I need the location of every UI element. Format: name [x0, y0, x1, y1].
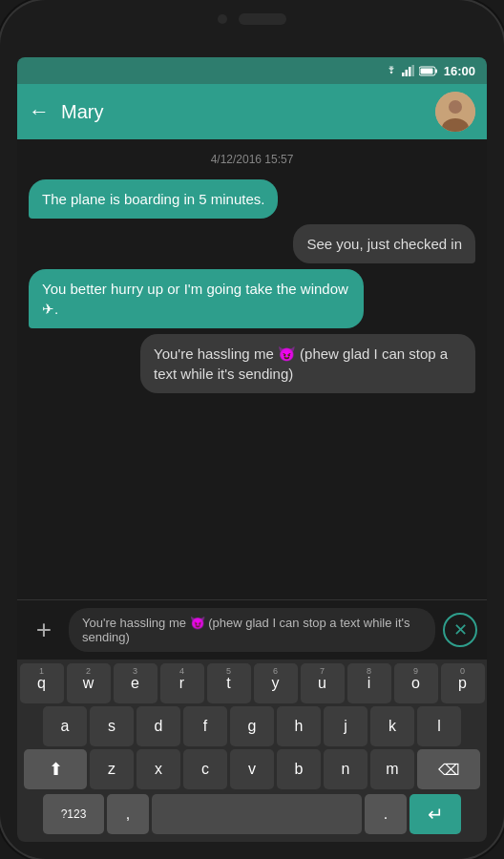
keyboard-row-2: a s d f g h j k l	[19, 706, 485, 746]
signal-icon	[402, 65, 415, 76]
message-row-4: You're hassling me 😈 (phew glad I can st…	[29, 334, 475, 393]
chat-header: ← Mary	[17, 84, 487, 139]
status-bar: 16:00	[17, 57, 487, 84]
keyboard-bottom-row: ?123 , . ↵	[19, 792, 485, 834]
message-bubble-3: You better hurry up or I'm going take th…	[29, 269, 364, 328]
key-o[interactable]: 9o	[394, 663, 438, 703]
add-attachment-button[interactable]: +	[27, 615, 61, 645]
key-x[interactable]: x	[136, 749, 180, 789]
camera-dot	[218, 14, 227, 24]
contact-name: Mary	[61, 101, 424, 123]
message-row-2: See you, just checked in	[29, 224, 475, 263]
speaker-grille	[239, 13, 286, 25]
key-m[interactable]: m	[370, 749, 414, 789]
battery-icon	[419, 66, 438, 76]
key-y[interactable]: 6y	[254, 663, 298, 703]
avatar-image	[435, 92, 475, 132]
svg-rect-1	[405, 70, 408, 76]
key-s[interactable]: s	[90, 706, 134, 746]
keyboard-row-1: 1q 2w 3e 4r 5t 6y 7u 8i 9o 0p	[19, 663, 485, 703]
key-b[interactable]: b	[277, 749, 321, 789]
svg-rect-2	[409, 67, 411, 76]
phone-frame: 16:00 ← Mary 4/12/2016 15:57 The plane i…	[0, 0, 504, 859]
key-l[interactable]: l	[417, 706, 461, 746]
key-j[interactable]: j	[324, 706, 368, 746]
key-r[interactable]: 4r	[160, 663, 204, 703]
key-q[interactable]: 1q	[20, 663, 64, 703]
key-t[interactable]: 5t	[207, 663, 251, 703]
key-e[interactable]: 3e	[114, 663, 158, 703]
message-draft-text: You're hassling me 😈 (phew glad I can st…	[82, 616, 422, 644]
cancel-icon: ✕	[453, 619, 468, 640]
num-switch-key[interactable]: ?123	[43, 794, 104, 834]
keyboard: 1q 2w 3e 4r 5t 6y 7u 8i 9o 0p a s d f g …	[17, 660, 487, 842]
phone-screen: 16:00 ← Mary 4/12/2016 15:57 The plane i…	[17, 57, 487, 842]
svg-point-8	[449, 100, 462, 114]
period-key[interactable]: .	[365, 794, 407, 834]
message-row-3: You better hurry up or I'm going take th…	[29, 269, 475, 328]
key-v[interactable]: v	[230, 749, 274, 789]
key-k[interactable]: k	[370, 706, 414, 746]
key-h[interactable]: h	[277, 706, 321, 746]
key-z[interactable]: z	[90, 749, 134, 789]
chat-area: 4/12/2016 15:57 The plane is boarding in…	[17, 139, 487, 599]
message-row-1: The plane is boarding in 5 minutes.	[29, 179, 475, 219]
key-c[interactable]: c	[183, 749, 227, 789]
message-input-area: + You're hassling me 😈 (phew glad I can …	[17, 599, 487, 660]
key-i[interactable]: 8i	[347, 663, 391, 703]
date-divider: 4/12/2016 15:57	[29, 153, 475, 166]
key-n[interactable]: n	[324, 749, 368, 789]
svg-rect-0	[402, 73, 405, 76]
key-g[interactable]: g	[230, 706, 274, 746]
key-w[interactable]: 2w	[67, 663, 111, 703]
comma-key[interactable]: ,	[107, 794, 149, 834]
phone-top-hardware	[0, 13, 504, 25]
key-u[interactable]: 7u	[301, 663, 345, 703]
key-f[interactable]: f	[183, 706, 227, 746]
status-icons	[385, 65, 438, 76]
svg-rect-5	[435, 69, 437, 73]
message-bubble-4: You're hassling me 😈 (phew glad I can st…	[140, 334, 475, 393]
backspace-key[interactable]: ⌫	[417, 749, 480, 789]
key-d[interactable]: d	[136, 706, 180, 746]
status-time: 16:00	[444, 64, 475, 78]
avatar[interactable]	[435, 92, 475, 132]
key-a[interactable]: a	[43, 706, 87, 746]
keyboard-row-3: ⬆ z x c v b n m ⌫	[19, 749, 485, 789]
message-bubble-2: See you, just checked in	[293, 224, 475, 263]
svg-rect-3	[411, 65, 414, 76]
cancel-send-button[interactable]: ✕	[443, 613, 477, 647]
enter-key[interactable]: ↵	[410, 794, 461, 834]
message-input[interactable]: You're hassling me 😈 (phew glad I can st…	[69, 608, 435, 652]
back-button[interactable]: ←	[29, 99, 50, 124]
space-key[interactable]	[152, 794, 362, 834]
key-p[interactable]: 0p	[441, 663, 485, 703]
svg-rect-6	[420, 68, 432, 73]
message-bubble-1: The plane is boarding in 5 minutes.	[29, 179, 278, 219]
wifi-icon	[385, 66, 398, 75]
shift-key[interactable]: ⬆	[24, 749, 87, 789]
